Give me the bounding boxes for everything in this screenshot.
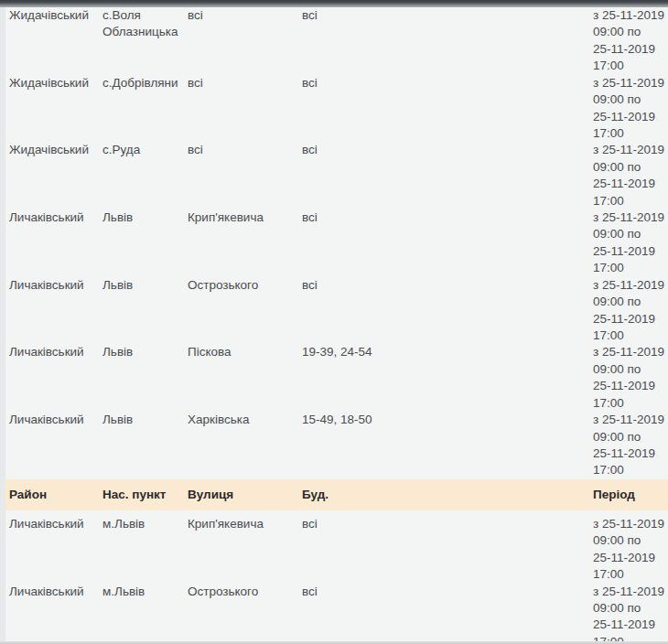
top-clipped-bar (0, 0, 668, 7)
header-period: Період (593, 488, 668, 501)
cell-street: Острозького (188, 277, 302, 345)
cell-street: Острозького (188, 584, 302, 644)
cell-period: з 25-11-2019 09:00 по 25-11-2019 17:00 (593, 142, 668, 209)
cell-settlement: с.Добрівляни (102, 75, 188, 143)
cell-building: всі (302, 516, 593, 584)
cell-building: всі (302, 277, 593, 345)
cell-period: з 25-11-2019 09:00 по 25-11-2019 17:00 (593, 277, 668, 345)
cell-district: Личаківський (9, 412, 102, 479)
cell-street: Крип'якевича (188, 516, 302, 584)
cell-building: 15-49, 18-50 (302, 412, 593, 479)
table-row: Личаківський Львів Харківська 15-49, 18-… (5, 406, 668, 474)
cell-building: всі (302, 7, 593, 75)
cell-district: Личаківський (9, 344, 102, 412)
table-row: Личаківський Львів Крип'якевича всі з 25… (5, 204, 668, 272)
cell-street: всі (188, 7, 302, 75)
outage-schedule-page: 17:00 Жидачівський с.Воля Облазницька вс… (0, 0, 668, 644)
cell-district: Личаківський (9, 209, 102, 277)
table-row: Жидачівський с.Добрівляни всі всі з 25-1… (5, 70, 668, 137)
cell-street: Піскова (188, 344, 302, 412)
cell-building: всі (302, 75, 593, 143)
cell-district: Жидачівський (9, 7, 102, 75)
cell-period: з 25-11-2019 09:00 по 25-11-2019 17:00 (593, 75, 668, 143)
cell-settlement: м.Львів (102, 516, 188, 584)
table-row: Личаківський м.Львів Крип'якевича всі з … (5, 510, 668, 578)
cell-period: з 25-11-2019 09:00 по 25-11-2019 17:00 (593, 209, 668, 277)
cell-period: з 25-11-2019 09:00 по 25-11-2019 17:00 (593, 412, 668, 479)
cell-district: Личаківський (9, 277, 102, 345)
cell-building: всі (302, 584, 593, 644)
cell-street: Харківська (188, 412, 302, 479)
cell-settlement: м.Львів (102, 584, 188, 644)
cell-period: з 25-11-2019 09:00 по 25-11-2019 17:00 (593, 7, 668, 75)
cell-street: Крип'якевича (188, 209, 302, 277)
cell-district: Личаківський (9, 584, 102, 644)
cell-settlement: Львів (102, 277, 188, 345)
table-header-row: Район Нас. пункт Вулиця Буд. Період (5, 479, 668, 510)
outage-table: Жидачівський с.Воля Облазницька всі всі … (5, 2, 668, 644)
cell-period: з 25-11-2019 09:00 по 25-11-2019 17:00 (593, 584, 668, 644)
cell-settlement: с.Воля Облазницька (102, 7, 188, 75)
cell-settlement: с.Руда (102, 142, 188, 209)
cell-settlement: Львів (102, 412, 188, 479)
cell-building: всі (302, 142, 593, 209)
header-district: Район (9, 488, 102, 501)
cell-settlement: Львів (102, 344, 188, 412)
cell-building: всі (302, 209, 593, 277)
cell-district: Жидачівський (9, 142, 102, 209)
header-settlement: Нас. пункт (102, 488, 188, 501)
header-street: Вулиця (188, 488, 302, 501)
cell-street: всі (188, 142, 302, 209)
table-row: Личаківський Львів Піскова 19-39, 24-54 … (5, 338, 668, 406)
cell-district: Жидачівський (9, 75, 102, 143)
cell-period: з 25-11-2019 09:00 по 25-11-2019 17:00 (593, 344, 668, 412)
cell-district: Личаківський (9, 516, 102, 584)
table-row: Жидачівський с.Воля Облазницька всі всі … (5, 2, 668, 70)
table-row: Личаківський Львів Острозького всі з 25-… (5, 272, 668, 339)
cell-building: 19-39, 24-54 (302, 344, 593, 412)
table-row: Жидачівський с.Руда всі всі з 25-11-2019… (5, 136, 668, 204)
table-row: Личаківський м.Львів Острозького всі з 2… (5, 578, 668, 644)
header-building: Буд. (302, 488, 593, 501)
cell-settlement: Львів (102, 209, 188, 277)
cell-street: всі (188, 75, 302, 143)
cell-period: з 25-11-2019 09:00 по 25-11-2019 17:00 (593, 516, 668, 584)
